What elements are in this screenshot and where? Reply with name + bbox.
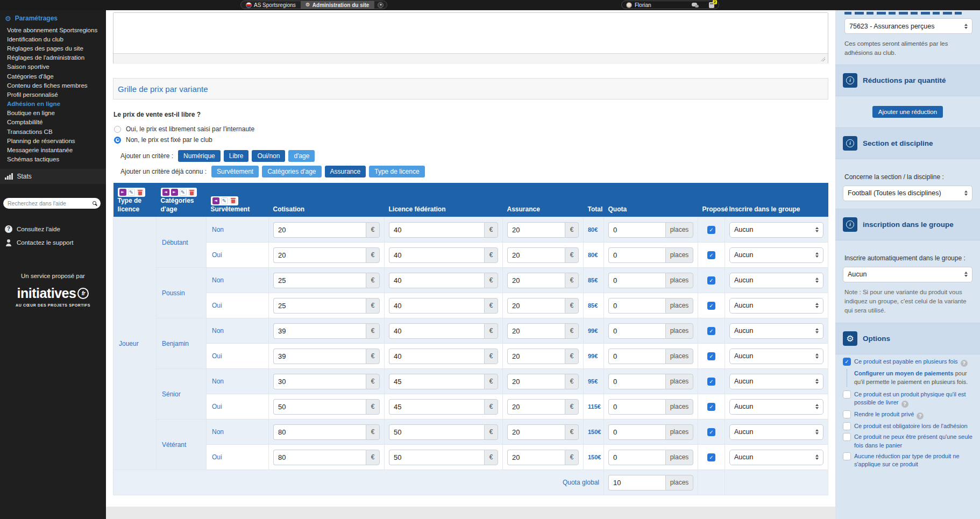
search-button[interactable] <box>88 198 101 209</box>
group-select[interactable]: Aucun <box>729 349 823 364</box>
sidebar-item[interactable]: Votre abonnement Sportsregions <box>0 25 106 34</box>
propose-checkbox[interactable]: ✓ <box>707 428 715 436</box>
cotisation-input[interactable] <box>273 349 366 364</box>
quota-input[interactable] <box>608 349 665 364</box>
sidebar-item[interactable]: Catégories d'âge <box>0 72 106 81</box>
propose-checkbox[interactable]: ✓ <box>707 352 715 360</box>
category-cell[interactable]: Poussin <box>157 268 207 318</box>
category-cell[interactable]: Débutant <box>157 217 207 268</box>
criterion-button[interactable]: Libre <box>224 150 249 162</box>
option-checkbox[interactable] <box>843 422 851 430</box>
cotisation-input[interactable] <box>273 247 366 263</box>
group-select[interactable]: Aucun <box>729 273 823 288</box>
licence-federation-input[interactable] <box>389 374 484 389</box>
option-checkbox[interactable] <box>843 452 851 460</box>
licence-type-cell[interactable]: Joueur <box>113 217 157 470</box>
cotisation-input[interactable] <box>273 273 366 288</box>
group-select[interactable]: Aucun <box>729 222 823 238</box>
group-select[interactable]: Aucun <box>729 374 823 389</box>
user-menu[interactable]: Florian 2 <box>621 1 719 9</box>
propose-checkbox[interactable]: ✓ <box>707 378 715 386</box>
tab-site[interactable]: AS Sportsregions <box>241 1 301 9</box>
propose-checkbox[interactable]: ✓ <box>707 302 715 310</box>
price-free-radio[interactable]: Non, le prix est fixé par le club <box>113 134 828 145</box>
resize-handle-icon[interactable] <box>820 56 825 61</box>
licence-federation-input[interactable] <box>389 298 484 314</box>
tab-administration[interactable]: ⚙ Administration du site <box>301 1 374 9</box>
assurance-input[interactable] <box>507 349 565 364</box>
help-search-input[interactable] <box>3 200 88 207</box>
group-select[interactable]: Aucun <box>729 298 823 314</box>
sidebar-item[interactable]: Réglages des pages du site <box>0 44 106 53</box>
quota-input[interactable] <box>608 323 665 339</box>
move-left-icon[interactable]: ◄ <box>162 189 169 196</box>
support-link[interactable]: Contactez le support <box>0 237 106 249</box>
licence-federation-input[interactable] <box>389 424 484 440</box>
assurance-input[interactable] <box>507 323 565 339</box>
assurance-input[interactable] <box>507 273 565 288</box>
price-free-radio[interactable]: Oui, le prix est librement saisi par l'i… <box>113 124 828 134</box>
group-select[interactable]: Aucun <box>729 399 823 415</box>
configure-payment-link[interactable]: Configurer un moyen de paiements <box>854 370 954 376</box>
chat-icon[interactable] <box>692 3 699 8</box>
assurance-input[interactable] <box>507 450 565 465</box>
move-right-icon[interactable]: ► <box>119 189 126 196</box>
assurance-input[interactable] <box>507 399 565 415</box>
criterion-button[interactable]: Catégories d'age <box>262 166 321 177</box>
account-select[interactable]: 75623 - Assurances perçues <box>844 18 972 34</box>
category-cell[interactable]: Sénior <box>157 369 207 420</box>
cotisation-input[interactable] <box>273 424 366 440</box>
propose-checkbox[interactable]: ✓ <box>707 403 715 411</box>
group-select[interactable]: Aucun <box>729 450 823 465</box>
propose-checkbox[interactable]: ✓ <box>707 251 715 259</box>
sidebar-item[interactable]: Comptabililté <box>0 118 106 127</box>
notifications-icon[interactable]: 2 <box>709 2 714 8</box>
sidebar-item[interactable]: Adhésion en ligne <box>0 99 106 109</box>
criterion-button[interactable]: Oui/non <box>252 150 285 162</box>
delete-icon[interactable] <box>230 197 237 204</box>
category-cell[interactable]: Vétérant <box>157 420 207 470</box>
propose-checkbox[interactable]: ✓ <box>707 327 715 335</box>
criterion-button[interactable]: d'age <box>288 150 315 162</box>
tabs-expand-button[interactable]: ▼ <box>374 1 387 9</box>
sidebar-item[interactable]: Réglages de l'administration <box>0 53 106 62</box>
quota-input[interactable] <box>608 298 665 314</box>
criterion-button[interactable]: Assurance <box>325 166 366 177</box>
quota-input[interactable] <box>608 450 665 465</box>
assurance-input[interactable] <box>507 298 565 314</box>
edit-icon[interactable]: ✎ <box>128 189 135 196</box>
sidebar-item[interactable]: Contenu des fiches membres <box>0 81 106 90</box>
quota-input[interactable] <box>608 273 665 288</box>
option-checkbox[interactable] <box>843 433 851 441</box>
propose-checkbox[interactable]: ✓ <box>707 453 715 461</box>
move-left-icon[interactable]: ◄ <box>212 197 219 204</box>
cotisation-input[interactable] <box>273 399 366 415</box>
licence-federation-input[interactable] <box>389 247 484 263</box>
quota-input[interactable] <box>608 247 665 263</box>
help-link[interactable]: ? Consultez l'aide <box>0 223 106 236</box>
sidebar-item[interactable]: Identification du club <box>0 34 106 44</box>
sidebar-item[interactable]: Planning de réservations <box>0 136 106 145</box>
criterion-button[interactable]: Type de licence <box>369 166 424 177</box>
sidebar-item[interactable]: Saison sportive <box>0 62 106 72</box>
add-reduction-button[interactable]: Ajouter une réduction <box>872 106 943 118</box>
propose-checkbox[interactable]: ✓ <box>707 226 715 234</box>
sidebar-item[interactable]: Transactions CB <box>0 127 106 136</box>
quota-input[interactable] <box>608 399 665 415</box>
delete-icon[interactable] <box>137 189 144 196</box>
edit-icon[interactable]: ✎ <box>221 197 228 204</box>
cotisation-input[interactable] <box>273 323 366 339</box>
group-select[interactable]: Aucun <box>729 323 823 339</box>
auto-group-select[interactable]: Aucun <box>843 267 972 282</box>
delete-icon[interactable] <box>188 189 195 196</box>
cotisation-input[interactable] <box>273 450 366 465</box>
group-select[interactable]: Aucun <box>729 247 823 263</box>
assurance-input[interactable] <box>507 424 565 440</box>
cotisation-input[interactable] <box>273 374 366 389</box>
criterion-button[interactable]: Numérique <box>178 150 221 162</box>
criterion-button[interactable]: Survêtement <box>211 166 259 177</box>
option-checkbox[interactable] <box>843 410 851 418</box>
quota-input[interactable] <box>608 424 665 440</box>
discipline-select[interactable]: Football (Toutes les disciplines) <box>843 186 972 201</box>
licence-federation-input[interactable] <box>389 323 484 339</box>
